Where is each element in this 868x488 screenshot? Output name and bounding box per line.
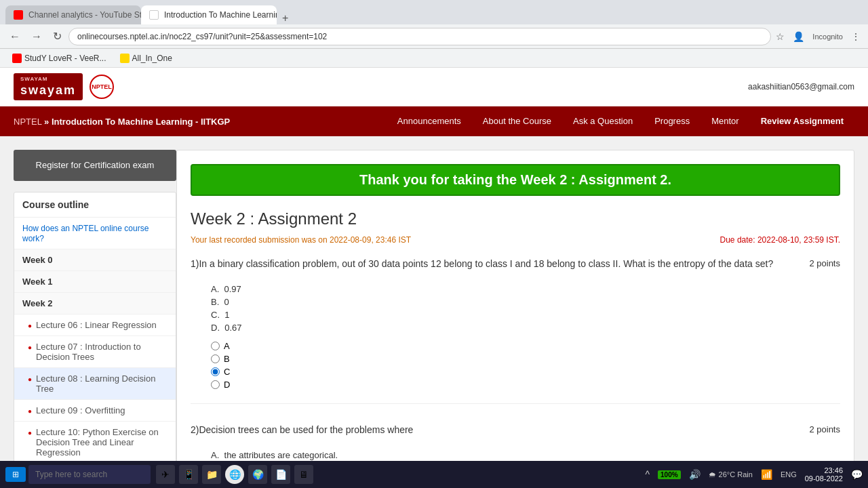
register-certification-button[interactable]: Register for Certification exam — [14, 150, 176, 181]
edge-icon[interactable]: 🌍 — [248, 465, 267, 484]
new-tab-button[interactable]: + — [277, 12, 294, 24]
option-2a-label: A. — [211, 450, 224, 460]
outline-item-how-nptel[interactable]: How does an NPTEL online course work? — [14, 218, 176, 249]
radio-1d[interactable]: D — [211, 380, 840, 390]
nav-progress[interactable]: Progress — [644, 106, 701, 136]
option-2a-value: the attributes are categorical. — [224, 450, 338, 460]
swayam-logo[interactable]: SWAYAM swayam — [14, 73, 83, 100]
how-nptel-link[interactable]: How does an NPTEL online course work? — [22, 224, 149, 243]
menu-icon[interactable]: ⋮ — [849, 29, 863, 44]
bookmark-allinone[interactable]: All_In_One — [116, 52, 176, 64]
radio-1c-input[interactable] — [211, 367, 220, 376]
radio-1b[interactable]: B — [211, 354, 840, 364]
battery-indicator: 100% — [658, 470, 681, 479]
question-1-options: A. 0.97 B. 0 C. 1 D. 0.67 — [211, 284, 840, 333]
outline-title: Course outline — [14, 192, 176, 218]
outline-week2[interactable]: Week 2 — [14, 293, 176, 314]
telegram-icon[interactable]: ✈ — [156, 465, 175, 484]
whatsapp-icon[interactable]: 📱 — [179, 465, 198, 484]
bullet-lec09: ● — [28, 407, 32, 415]
profile-icon[interactable]: 👤 — [791, 29, 806, 44]
content-area: Thank you for taking the Week 2 : Assign… — [176, 150, 854, 488]
outline-lec06[interactable]: ● Lecture 06 : Linear Regression — [14, 314, 176, 336]
date-display: 09-08-2022 — [805, 474, 843, 483]
nav-review-assignment[interactable]: Review Assignment — [750, 106, 854, 136]
radio-1c[interactable]: C — [211, 367, 840, 377]
option-2a: A. the attributes are categorical. — [211, 450, 840, 460]
address-bar[interactable] — [68, 28, 771, 45]
radio-1b-input[interactable] — [211, 354, 220, 363]
bookmark-youtube-label: StudY LoveR - VeeR... — [24, 54, 106, 63]
taskbar-time: 23:46 09-08-2022 — [805, 466, 843, 483]
radio-1d-input[interactable] — [211, 380, 220, 389]
question-1-block: 1) In a binary classification problem, o… — [191, 258, 840, 404]
bullet-lec06: ● — [28, 322, 32, 329]
breadcrumb-course: Introduction To Machine Learning - IITKG… — [52, 117, 230, 127]
bullet-lec10: ● — [28, 429, 32, 436]
question-2-num: 2) — [191, 424, 199, 435]
thank-you-banner: Thank you for taking the Week 2 : Assign… — [191, 164, 840, 196]
question-1-text: In a binary classification problem, out … — [199, 258, 795, 269]
time-display: 23:46 — [805, 466, 843, 474]
outline-week0[interactable]: Week 0 — [14, 249, 176, 271]
outline-week1[interactable]: Week 1 — [14, 271, 176, 293]
bookmark-star-icon[interactable]: ☆ — [774, 29, 787, 44]
taskbar-pinned-icons: ✈ 📱 📁 🌐 🌍 📄 🖥 — [156, 465, 313, 484]
due-date: Due date: 2022-08-10, 23:59 IST. — [720, 235, 840, 245]
breadcrumb-separator: » — [44, 117, 49, 127]
outline-lec10[interactable]: ● Lecture 10: Python Exercise on Decisio… — [14, 422, 176, 464]
question-1-header: 1) In a binary classification problem, o… — [191, 258, 840, 277]
weather-icon: 🌧 — [709, 470, 716, 479]
question-2-points: 2 points — [809, 424, 840, 434]
course-nav-links: Announcements About the Course Ask a Que… — [387, 106, 854, 136]
outline-lec07[interactable]: ● Lecture 07 : Introduction to Decision … — [14, 336, 176, 368]
option-1a-value: 0.97 — [224, 284, 241, 294]
reload-button[interactable]: ↻ — [49, 27, 66, 45]
question-2-header: 2) Decision trees can be used for the pr… — [191, 424, 840, 443]
network-icon[interactable]: 📶 — [761, 469, 772, 480]
tab-nptel[interactable]: Introduction To Machine Learning... ✕ — [141, 5, 277, 24]
taskbar-search[interactable] — [28, 465, 151, 484]
user-email: aakashiitian0563@gmail.com — [748, 82, 854, 92]
tab-youtube[interactable]: Channel analytics - YouTube Stu... ✕ — [5, 5, 141, 24]
chrome-icon[interactable]: 🌐 — [225, 465, 244, 484]
nav-announcements[interactable]: Announcements — [387, 106, 472, 136]
question-1-points: 2 points — [809, 258, 840, 268]
question-2-text: Decision trees can be used for the probl… — [199, 424, 795, 435]
lec08-label: Lecture 08 : Learning Decision Tree — [36, 373, 167, 394]
option-1a: A. 0.97 — [211, 284, 840, 294]
forward-button[interactable]: → — [27, 28, 46, 45]
tray-chevron[interactable]: ^ — [645, 469, 650, 480]
option-1b-value: 0 — [224, 297, 229, 307]
lec09-label: Lecture 09 : Overfitting — [36, 405, 125, 415]
breadcrumb: NPTEL » Introduction To Machine Learning… — [14, 117, 387, 127]
lec07-label: Lecture 07 : Introduction to Decision Tr… — [36, 342, 167, 362]
breadcrumb-home[interactable]: NPTEL — [14, 117, 41, 127]
swayam-logo-text: swayam — [20, 83, 76, 97]
files-icon[interactable]: 📁 — [202, 465, 221, 484]
notification-icon[interactable]: 💬 — [851, 469, 863, 480]
outline-lec08[interactable]: ● Lecture 08 : Learning Decision Tree — [14, 368, 176, 400]
question-1-radio-options: A B C D — [211, 341, 840, 390]
radio-1a-input[interactable] — [211, 342, 220, 350]
youtube-bm-icon — [12, 54, 22, 63]
back-button[interactable]: ← — [5, 28, 24, 45]
option-1b-label: B. — [211, 297, 224, 307]
option-1b: B. 0 — [211, 297, 840, 307]
option-1c-value: 1 — [224, 310, 229, 320]
nav-ask-question[interactable]: Ask a Question — [562, 106, 644, 136]
volume-icon[interactable]: 🔊 — [689, 469, 701, 480]
question-1-num: 1) — [191, 258, 199, 269]
bullet-lec08: ● — [28, 375, 32, 383]
outline-lec09[interactable]: ● Lecture 09 : Overfitting — [14, 400, 176, 422]
option-1d-value: 0.67 — [224, 323, 241, 333]
bookmark-youtube[interactable]: StudY LoveR - VeeR... — [8, 52, 111, 64]
app-icon[interactable]: 🖥 — [294, 465, 313, 484]
nav-mentor[interactable]: Mentor — [701, 106, 749, 136]
nav-about-course[interactable]: About the Course — [472, 106, 562, 136]
pdf-icon[interactable]: 📄 — [271, 465, 290, 484]
tab-youtube-label: Channel analytics - YouTube Stu... — [28, 10, 141, 20]
radio-1a[interactable]: A — [211, 341, 840, 351]
start-button[interactable]: ⊞ — [5, 467, 26, 482]
tab-nptel-label: Introduction To Machine Learning... — [164, 10, 277, 20]
